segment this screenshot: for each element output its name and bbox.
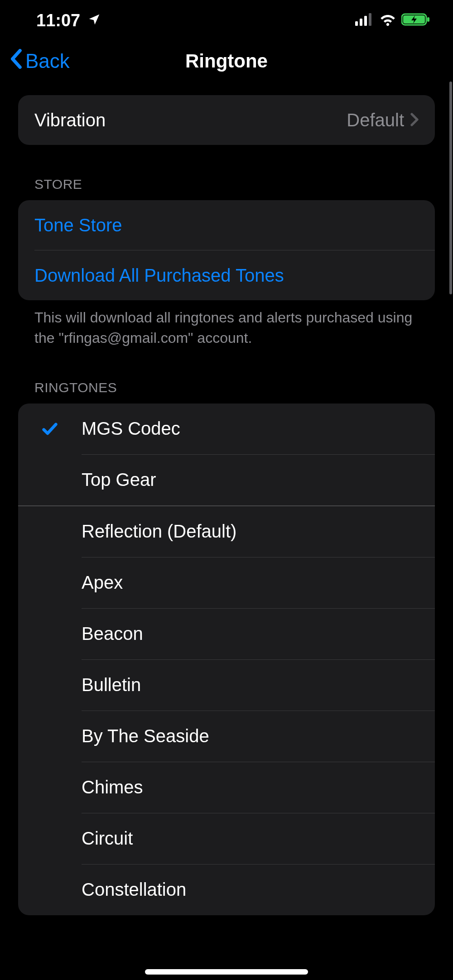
svg-rect-3 (369, 13, 371, 26)
ringtone-label: Apex (82, 572, 123, 593)
svg-rect-2 (364, 16, 367, 26)
ringtone-label: Top Gear (82, 470, 156, 490)
ringtone-row[interactable]: By The Seaside (18, 711, 435, 762)
location-icon (87, 13, 101, 28)
back-button[interactable]: Back (9, 49, 70, 73)
ringtones-header: RINGTONES (18, 348, 435, 404)
ringtone-label: Reflection (Default) (82, 521, 236, 542)
wifi-icon (379, 13, 397, 28)
ringtone-label: Bulletin (82, 675, 141, 695)
status-bar: 11:07 (0, 0, 453, 41)
store-footer: This will download all ringtones and ale… (18, 300, 435, 348)
battery-charging-icon (401, 13, 430, 28)
tone-store-row[interactable]: Tone Store (18, 200, 435, 250)
status-time: 11:07 (36, 11, 80, 30)
ringtone-label: Chimes (82, 777, 143, 797)
store-header: STORE (18, 145, 435, 200)
svg-rect-6 (427, 17, 429, 22)
store-group: Tone Store Download All Purchased Tones (18, 200, 435, 300)
chevron-left-icon (9, 49, 23, 73)
ringtone-label: Constellation (82, 879, 186, 900)
vibration-group: Vibration Default (18, 95, 435, 145)
ringtone-label: Circuit (82, 828, 133, 849)
back-label: Back (25, 50, 70, 72)
download-all-row[interactable]: Download All Purchased Tones (18, 250, 435, 300)
vibration-value: Default (347, 110, 404, 130)
home-indicator[interactable] (145, 969, 308, 975)
ringtone-row[interactable]: Apex (18, 557, 435, 608)
download-all-label: Download All Purchased Tones (34, 265, 419, 286)
ringtone-row[interactable]: Top Gear (18, 455, 435, 505)
ringtone-row[interactable]: MGS Codec (18, 404, 435, 454)
vibration-label: Vibration (34, 110, 347, 130)
ringtone-row[interactable]: Circuit (18, 813, 435, 864)
ringtone-row[interactable]: Constellation (18, 865, 435, 915)
chevron-right-icon (410, 110, 419, 130)
checkmark-icon (18, 420, 82, 438)
nav-bar: Back Ringtone (0, 41, 453, 82)
vibration-row[interactable]: Vibration Default (18, 95, 435, 145)
svg-rect-0 (355, 21, 358, 26)
tone-store-label: Tone Store (34, 215, 419, 235)
scroll-indicator[interactable] (449, 82, 452, 294)
svg-rect-1 (360, 19, 362, 26)
ringtone-row[interactable]: Chimes (18, 762, 435, 813)
ringtone-row[interactable]: Reflection (Default) (18, 506, 435, 557)
ringtone-row[interactable]: Beacon (18, 609, 435, 659)
ringtone-label: MGS Codec (82, 418, 180, 439)
ringtone-label: By The Seaside (82, 726, 209, 746)
ringtones-group: MGS CodecTop GearReflection (Default)Ape… (18, 404, 435, 915)
ringtone-row[interactable]: Bulletin (18, 660, 435, 711)
ringtone-label: Beacon (82, 624, 143, 644)
cellular-icon (355, 13, 374, 28)
